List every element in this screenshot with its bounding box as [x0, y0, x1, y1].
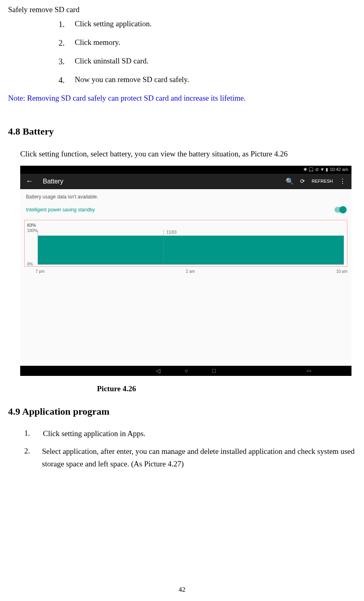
info-message: Battery usage data isn't available. — [20, 189, 351, 205]
list-item: 2. Click memory. — [59, 37, 356, 49]
battery-percentage: 83% — [27, 222, 345, 229]
refresh-button[interactable]: REFRESH — [311, 178, 333, 185]
chart-area: 100% 0% 11/03 — [27, 229, 345, 266]
item-text: Click uninstall SD card. — [75, 55, 149, 67]
list-item: 1. Click setting application in Apps. — [24, 428, 356, 440]
list-item: 1. Click setting application. — [59, 18, 356, 30]
status-icons: ✱ 🎧 ⊘ ▼ ▮ — [303, 166, 328, 173]
list-item: 3. Click uninstall SD card. — [59, 55, 356, 67]
x-label: 10 am — [336, 268, 347, 274]
item-text: Select application, after enter, you can… — [42, 445, 356, 470]
back-icon[interactable]: ← — [26, 176, 33, 187]
battery-description: Click setting function, select battery, … — [20, 148, 356, 160]
item-number: 2. — [24, 445, 29, 470]
item-text: Now you can remove SD card safely. — [75, 74, 189, 86]
more-icon[interactable]: ⋮ — [339, 177, 346, 186]
x-axis-labels: 7 pm 2 am 10 am — [36, 268, 347, 274]
power-saving-row[interactable]: Intelligent power saving standby — [20, 205, 351, 217]
item-text: Click memory. — [75, 37, 120, 49]
toolbar-title: Battery — [43, 177, 286, 186]
note-text: Note: Removing SD card safely can protec… — [8, 93, 356, 104]
page-number: 42 — [0, 584, 364, 595]
item-number: 2. — [59, 37, 67, 49]
status-time: 10:42 am — [330, 166, 348, 173]
figure-caption: Picture 4.26 — [97, 383, 356, 395]
chart-plot: 11/03 — [38, 230, 344, 265]
item-number: 4. — [59, 74, 67, 86]
section-4-9-heading: 4.9 Application program — [8, 404, 356, 419]
nav-home-icon[interactable]: ○ — [185, 367, 188, 375]
battery-screenshot: ✱ 🎧 ⊘ ▼ ▮ 10:42 am ← Battery 🔍 ⟳ REFRESH… — [20, 166, 351, 376]
toggle-switch[interactable] — [335, 207, 346, 213]
nav-back-icon[interactable]: ◁ — [156, 367, 160, 375]
steps-list-2: 1. Click setting application in Apps. 2.… — [24, 428, 356, 470]
app-toolbar: ← Battery 🔍 ⟳ REFRESH ⋮ — [20, 174, 351, 189]
status-bar: ✱ 🎧 ⊘ ▼ ▮ 10:42 am — [20, 166, 351, 174]
list-item: 4. Now you can remove SD card safely. — [59, 74, 356, 86]
battery-chart: 83% 100% 0% 11/03 — [24, 220, 347, 267]
item-number: 3. — [59, 55, 67, 67]
steps-list-1: 1. Click setting application. 2. Click m… — [59, 18, 356, 86]
toolbar-actions: 🔍 ⟳ REFRESH ⋮ — [286, 177, 346, 186]
item-number: 1. — [24, 428, 30, 440]
x-label: 2 am — [186, 268, 195, 274]
nav-pip-icon[interactable]: ▭ — [307, 367, 311, 374]
chart-mid-label: 11/03 — [166, 229, 177, 235]
section-intro: Safely remove SD card — [8, 4, 356, 16]
search-icon[interactable]: 🔍 — [286, 177, 294, 186]
item-number: 1. — [59, 18, 67, 30]
x-label: 7 pm — [36, 268, 44, 274]
nav-bar: ◁ ○ □ ▭ — [20, 366, 351, 376]
battery-content: Battery usage data isn't available. Inte… — [20, 189, 351, 366]
toggle-label: Intelligent power saving standby — [26, 206, 95, 213]
list-item: 2. Select application, after enter, you … — [24, 445, 356, 470]
chart-divider — [163, 230, 164, 264]
nav-recent-icon[interactable]: □ — [213, 367, 216, 375]
y-axis-bottom: 0% — [27, 261, 33, 267]
item-text: Click setting application in Apps. — [43, 428, 145, 440]
item-text: Click setting application. — [75, 18, 152, 30]
section-4-8-heading: 4.8 Battery — [8, 124, 356, 139]
y-axis-top: 100% — [27, 228, 38, 234]
refresh-icon[interactable]: ⟳ — [300, 177, 305, 186]
chart-fill — [38, 236, 344, 264]
